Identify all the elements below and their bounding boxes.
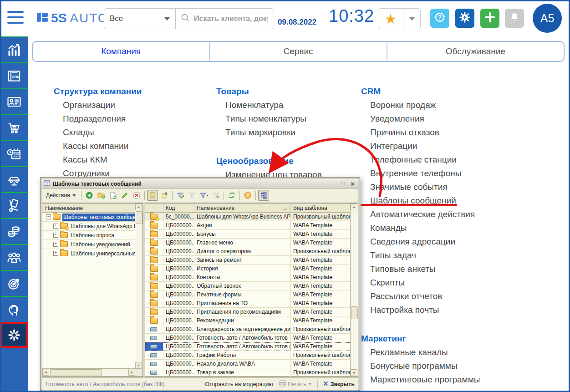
nav-item[interactable]: Значимые события — [361, 180, 518, 194]
tree-horizontal-scrollbar[interactable]: ◄ · ► — [42, 368, 135, 376]
table-vertical-scrollbar[interactable]: ▲ ▼ — [350, 204, 358, 376]
nav-item[interactable]: Причины отказов — [361, 126, 518, 139]
favorites-star-icon[interactable]: ★ — [378, 9, 403, 29]
toolbar-filter-settings-button[interactable] — [175, 190, 186, 201]
nav-item[interactable]: Организации — [54, 98, 211, 112]
tree-row[interactable]: +Шаблоны для WhatsApp Bu — [42, 222, 135, 231]
minimize-icon[interactable]: _ — [330, 180, 337, 188]
favorites-dropdown[interactable] — [403, 9, 420, 29]
scroll-up-icon[interactable]: ▲ — [135, 204, 142, 210]
sidebar-item-finance[interactable] — [0, 218, 28, 244]
nav-item[interactable]: Маркетинговые программы — [361, 373, 518, 387]
toolbar-copy-button[interactable] — [107, 190, 118, 201]
column-icon[interactable] — [145, 204, 163, 212]
tree-row[interactable]: +Шаблоны уведомлений — [42, 240, 135, 249]
sidebar-item-contacts[interactable] — [0, 88, 28, 114]
sidebar-item-support[interactable] — [0, 296, 28, 322]
tree-vertical-scrollbar[interactable]: ▲ ▼ — [135, 204, 142, 369]
table-row[interactable]: ·ЦБ000000...БонусыWABA Template — [145, 230, 351, 239]
toolbar-delete-button[interactable] — [131, 190, 142, 201]
sidebar-item-service[interactable] — [0, 166, 28, 192]
sidebar-item-sales[interactable] — [0, 114, 28, 140]
scroll-up-icon[interactable]: ▲ — [351, 204, 357, 210]
nav-item[interactable]: Кассы компании — [54, 139, 211, 153]
table-row[interactable]: ·ЦБ000000...РекомендацииWABA Template — [145, 316, 351, 325]
nav-item[interactable]: Воронки продаж — [361, 98, 518, 112]
scroll-down-icon[interactable]: ▼ — [135, 362, 142, 369]
help-button[interactable]: ? — [430, 9, 449, 28]
table-row[interactable]: ·ЦБ000000...Диалог с операторомПроизволь… — [145, 247, 351, 256]
table-row[interactable]: ·ЦБ000000...КонтактыWABA Template — [145, 273, 351, 282]
column-code[interactable]: Код — [163, 204, 194, 212]
print-button[interactable]: Печать — [279, 380, 312, 388]
scroll-right-icon[interactable]: ► — [128, 369, 135, 376]
scroll-left-icon[interactable]: ◄ — [42, 369, 49, 376]
expand-icon[interactable]: + — [53, 233, 58, 238]
nav-item[interactable]: Типы маркировки — [216, 126, 373, 139]
scroll-thumb[interactable]: · — [50, 369, 102, 376]
sidebar-item-settings[interactable] — [0, 322, 28, 348]
nav-item[interactable]: Настройка почты — [361, 303, 518, 317]
toolbar-add-button[interactable] — [84, 190, 95, 201]
expand-icon[interactable]: + — [53, 242, 58, 247]
nav-item[interactable]: Скрипты — [361, 276, 518, 290]
tree-row[interactable]: +Шаблоны универсальные — [42, 249, 135, 258]
nav-item[interactable]: Типы задач — [361, 249, 518, 262]
nav-item[interactable]: Склады — [54, 126, 211, 139]
toolbar-move-item-button[interactable] — [159, 190, 170, 201]
tree-row[interactable]: −Шаблоны текстовых сообщени — [42, 213, 135, 222]
nav-item[interactable]: Рассылки отчетов — [361, 290, 518, 303]
nav-item[interactable]: Кассы ККМ — [54, 153, 211, 167]
notifications-button[interactable] — [505, 9, 524, 28]
toolbar-list-view-button[interactable] — [147, 190, 158, 201]
nav-item[interactable]: Уведомления — [361, 112, 518, 126]
nav-item[interactable]: Бонусные программы — [361, 359, 518, 373]
toolbar-add-group-button[interactable] — [96, 190, 107, 201]
table-row[interactable]: ·ЦБ000000...Благодарность за подтвержден… — [145, 325, 351, 334]
tree-row[interactable]: +Шаблоны опроса — [42, 231, 135, 240]
nav-item[interactable]: Автоматические действия — [361, 208, 518, 221]
table-row[interactable]: ·ЦБ000000...Главное менюWABA Template — [145, 239, 351, 247]
tab-2[interactable]: Сервис — [209, 42, 386, 61]
sidebar-item-planning[interactable] — [0, 140, 28, 166]
collapse-icon[interactable]: − — [46, 214, 51, 219]
nav-item[interactable]: Подразделения — [54, 112, 211, 126]
settings-button[interactable] — [455, 9, 474, 28]
table-row[interactable]: ·ЦБ000000...Печатные формыWABA Template — [145, 290, 351, 299]
menu-icon[interactable] — [7, 11, 24, 24]
actions-menu-button[interactable]: Действия — [43, 190, 79, 201]
sidebar-item-targets[interactable] — [0, 270, 28, 296]
nav-item[interactable]: Сведения адресации — [361, 235, 518, 249]
table-row[interactable]: ·ЦБ000000...Готовность авто / Автомобиль… — [145, 342, 351, 351]
toolbar-clear-filter-button[interactable] — [210, 190, 221, 201]
search-scope-select[interactable]: Все — [104, 9, 175, 29]
column-kind[interactable]: Вид шаблона — [291, 204, 351, 212]
tree-header[interactable]: Наименование — [42, 204, 135, 213]
send-to-moderation-button[interactable]: Отправить на модерацию — [205, 381, 273, 387]
table-row[interactable]: ·ЦБ000000...Товар в заказеПроизвольный ш… — [145, 368, 351, 377]
nav-item[interactable]: Номенклатура — [216, 98, 373, 112]
toolbar-filter-button[interactable] — [187, 190, 198, 201]
table-row[interactable]: ·ЦБ000000...График РаботыПроизвольный ша… — [145, 351, 351, 360]
table-row[interactable]: ·ЦБ000000...ИсторияWABA Template — [145, 265, 351, 273]
close-window-button[interactable]: Закрыть — [323, 381, 355, 387]
sidebar-item-crm[interactable]: CRM — [0, 62, 28, 88]
nav-item[interactable]: Команды — [361, 221, 518, 235]
table-row[interactable]: ·ЦБ000000...АкцииWABA Template — [145, 221, 351, 230]
nav-item[interactable]: Телефонные станции — [361, 153, 518, 167]
table-row[interactable]: ·ЦБ000000...Начало диалога WABAWABA Temp… — [145, 360, 351, 368]
table-row[interactable]: ·5с_00000...Шаблоны для WhatsApp Busines… — [145, 213, 351, 221]
table-row[interactable]: ·ЦБ000000...Обратный звонокWABA Template — [145, 282, 351, 290]
nav-item[interactable]: Рекламные каналы — [361, 346, 518, 359]
table-row[interactable]: ·ЦБ000000...Запись на ремонтWABA Templat… — [145, 256, 351, 265]
maximize-icon[interactable]: □ — [339, 180, 347, 188]
nav-item[interactable]: Типовые анкеты — [361, 262, 518, 276]
sidebar-item-warehouse[interactable] — [0, 192, 28, 218]
scroll-thumb[interactable] — [136, 211, 142, 224]
nav-item[interactable]: Интеграции — [361, 139, 518, 153]
add-button[interactable] — [480, 9, 499, 28]
close-icon[interactable]: × — [349, 180, 356, 188]
toolbar-edit-button[interactable] — [119, 190, 130, 201]
avatar[interactable]: A5 — [533, 4, 562, 33]
column-name[interactable]: Наименование — [194, 204, 291, 212]
